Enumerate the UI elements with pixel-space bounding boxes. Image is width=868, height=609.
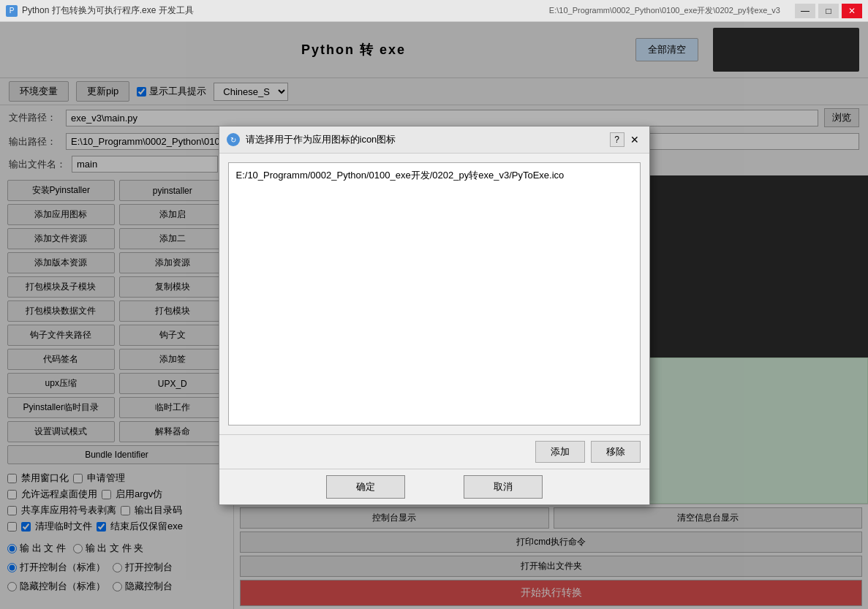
app-icon: P [6, 5, 18, 17]
dialog-titlebar: ↻ 请选择用于作为应用图标的icon图标 ? ✕ [219, 126, 649, 154]
window-path: E:\10_Programm\0002_Python\0100_exe开发\02… [549, 5, 780, 16]
dialog-close-button[interactable]: ✕ [627, 132, 642, 147]
confirm-button[interactable]: 确定 [326, 475, 405, 499]
cancel-button[interactable]: 取消 [464, 475, 543, 499]
dialog-help-button[interactable]: ? [610, 132, 624, 147]
dialog-footer-add-remove: 添加 移除 [219, 434, 649, 469]
close-button[interactable]: ✕ [842, 4, 862, 18]
icon-listbox[interactable]: E:/10_Programm/0002_Python/0100_exe开发/02… [228, 162, 641, 425]
dialog-body: E:/10_Programm/0002_Python/0100_exe开发/02… [219, 154, 649, 434]
minimize-button[interactable]: — [795, 4, 815, 18]
maximize-button[interactable]: □ [818, 4, 839, 18]
remove-button[interactable]: 移除 [591, 441, 641, 463]
dialog-title: 请选择用于作为应用图标的icon图标 [246, 133, 610, 146]
dialog-overlay: ↻ 请选择用于作为应用图标的icon图标 ? ✕ E:/10_Programm/… [0, 22, 868, 609]
list-item[interactable]: E:/10_Programm/0002_Python/0100_exe开发/02… [233, 167, 635, 184]
window-controls: — □ ✕ [795, 4, 862, 18]
dialog-footer-confirm: 确定 取消 [219, 469, 649, 504]
icon-select-dialog: ↻ 请选择用于作为应用图标的icon图标 ? ✕ E:/10_Programm/… [219, 126, 650, 505]
dialog-icon: ↻ [227, 133, 240, 146]
add-button[interactable]: 添加 [535, 441, 585, 463]
title-bar: P Python 打包转换为可执行程序.exe 开发工具 E:\10_Progr… [0, 0, 868, 22]
app-title-text: Python 打包转换为可执行程序.exe 开发工具 [22, 4, 549, 17]
